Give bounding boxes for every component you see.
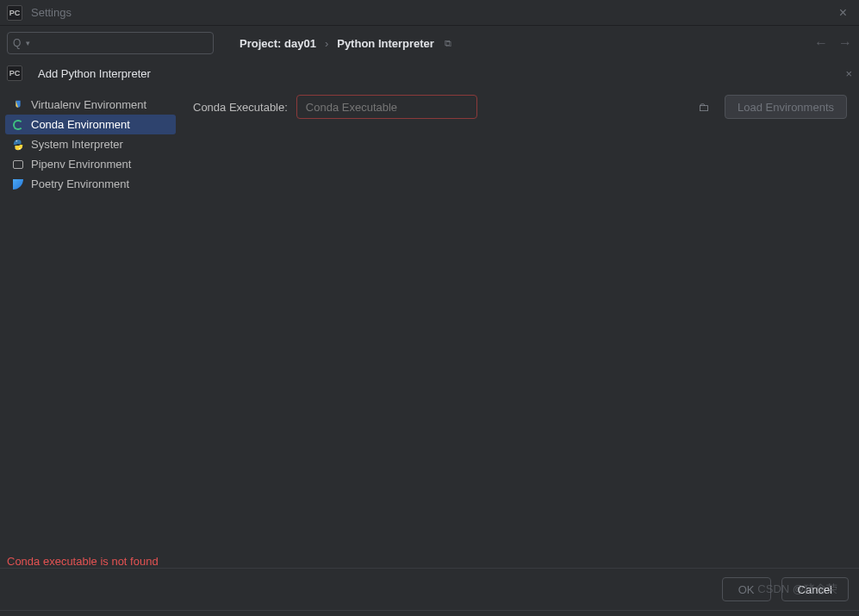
chevron-down-icon: ▾ [26,39,30,47]
conda-executable-label: Conda Executable: [193,101,288,114]
chevron-right-icon: › [325,37,328,50]
sidebar-item-virtualenv[interactable]: Virtualenv Environment [5,95,176,115]
close-icon[interactable]: × [845,67,852,80]
sidebar-item-label: System Interpreter [31,138,123,151]
footer-bar: ? OK Cancel [0,610,859,616]
forward-arrow-icon[interactable]: → [838,35,852,51]
app-logo-icon: PC [7,65,22,81]
svg-point-0 [16,140,17,140]
search-input[interactable]: Q ▾ [7,32,214,54]
close-icon[interactable]: × [834,5,852,21]
breadcrumb: Project: day01 › Python Interpreter ⧉ [240,37,451,50]
environment-sidebar: Virtualenv Environment Conda Environment… [0,86,181,551]
dialog-title: Add Python Interpreter [38,67,151,80]
breadcrumb-page[interactable]: Python Interpreter [337,37,434,50]
content-area: Virtualenv Environment Conda Environment… [0,86,859,551]
conda-executable-input[interactable] [296,95,477,119]
breadcrumb-project[interactable]: Project: day01 [240,37,316,50]
sidebar-item-label: Pipenv Environment [31,158,131,171]
app-logo-icon: PC [7,5,22,21]
conda-icon [12,119,24,131]
error-message: Conda executable is not found [7,555,859,568]
dialog-header: PC Add Python Interpreter × [0,60,859,86]
back-arrow-icon[interactable]: ← [814,35,828,51]
pipenv-icon [12,159,24,171]
virtualenv-icon [12,99,24,111]
folder-icon[interactable]: 🗀 [698,101,709,114]
python-icon [12,139,24,151]
sidebar-item-pipenv[interactable]: Pipenv Environment [5,154,176,174]
toolbar-row: Q ▾ Project: day01 › Python Interpreter … [0,26,859,60]
sidebar-item-label: Virtualenv Environment [31,98,146,111]
nav-arrows: ← → [814,35,852,51]
search-icon: Q [13,37,21,49]
copy-icon[interactable]: ⧉ [445,38,451,49]
sidebar-item-conda[interactable]: Conda Environment [5,115,176,134]
window-title: Settings [31,6,72,19]
main-panel: Conda Executable: 🗀 Load Environments [181,86,859,551]
sidebar-item-label: Conda Environment [31,118,130,131]
sidebar-item-system[interactable]: System Interpreter [5,134,176,154]
sidebar-item-label: Poetry Environment [31,177,129,190]
svg-point-1 [19,147,20,148]
title-bar: PC Settings × [0,0,859,26]
conda-executable-row: Conda Executable: 🗀 Load Environments [193,95,847,119]
dialog-button-bar: OK Cancel [0,568,859,610]
watermark: CSDN @猪念荣 [757,582,837,597]
load-environments-button[interactable]: Load Environments [725,95,847,119]
poetry-icon [12,178,24,190]
sidebar-item-poetry[interactable]: Poetry Environment [5,174,176,194]
